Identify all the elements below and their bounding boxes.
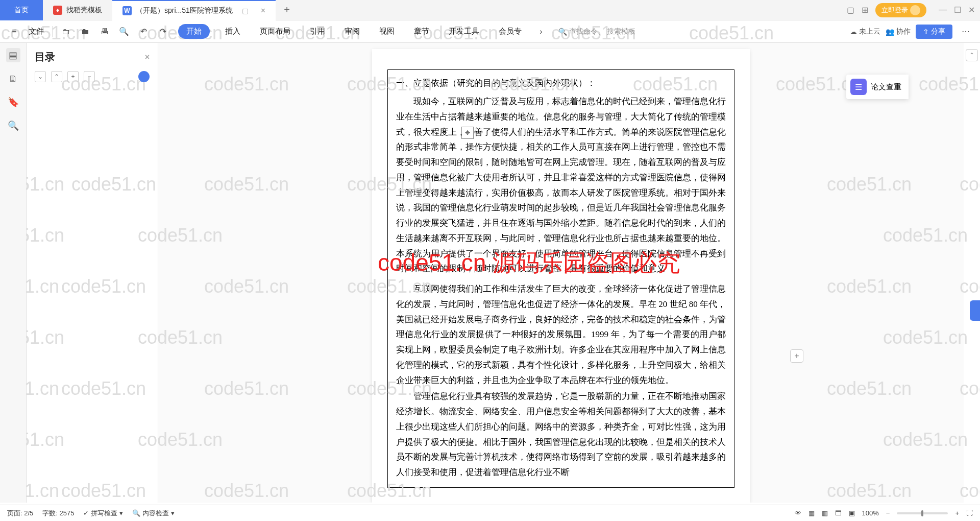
document-check-icon: ☰ — [850, 79, 867, 95]
page-icon[interactable]: 🗎 — [6, 72, 20, 86]
chevron-down-icon: ▾ — [119, 509, 123, 517]
start-tab[interactable]: 开始 — [178, 24, 210, 39]
undo-icon[interactable]: ↶ — [135, 23, 152, 40]
layout-icon[interactable]: ▦ — [808, 509, 815, 517]
collapse-icon[interactable]: ⌄ — [35, 71, 46, 82]
titlebar-right: ▢ ⊞ 立即登录 — ☐ ✕ — [847, 3, 980, 17]
layout-icon[interactable]: ▢ — [847, 5, 854, 15]
apps-icon[interactable]: ⊞ — [862, 5, 868, 15]
share-button[interactable]: ⇧ 分享 — [916, 25, 952, 39]
menu-insert[interactable]: 插入 — [217, 27, 249, 36]
flame-icon: ♦ — [53, 6, 62, 15]
menu-pagelayout[interactable]: 页面布局 — [252, 27, 299, 36]
cloud-label: 未上云 — [859, 27, 880, 36]
tab-sub-icon: ▢ — [242, 7, 249, 15]
login-label: 立即登录 — [881, 6, 908, 15]
menu-view[interactable]: 视图 — [371, 27, 403, 36]
menu-review[interactable]: 审阅 — [336, 27, 368, 36]
redo-icon[interactable]: ↷ — [155, 23, 171, 40]
right-rail: ⌃ — [964, 43, 980, 503]
zoom-out-icon[interactable]: − — [886, 509, 890, 517]
share-icon: ⇧ — [923, 28, 929, 36]
print-icon[interactable]: 🖶 — [96, 23, 113, 40]
paragraph-1: 现如今，互联网的广泛普及与应用，标志着信息化的时代已经到来，管理信息化行业在生活… — [396, 94, 726, 276]
save-icon[interactable]: 🗀 — [58, 23, 74, 40]
reading-icon[interactable]: ▥ — [822, 509, 828, 517]
outline-icon[interactable]: ▤ — [6, 48, 20, 62]
menu-devtools[interactable]: 开发工具 — [440, 27, 487, 36]
collapse-panel-icon[interactable]: ⌃ — [966, 49, 978, 61]
tab-document[interactable]: W （开题）spri...51医院管理系统 ▢ × — [112, 0, 276, 20]
web-icon[interactable]: 🗔 — [835, 509, 842, 517]
view-mode-icon[interactable]: 👁 — [795, 509, 801, 517]
minimize-icon[interactable]: — — [939, 5, 947, 15]
tab-templates[interactable]: ♦ 找稻壳模板 — [43, 0, 112, 20]
more-icon[interactable]: ⋯ — [958, 23, 974, 40]
expand-icon[interactable]: ⌃ — [51, 71, 62, 82]
close-icon[interactable]: × — [145, 53, 150, 62]
tab-label: 找稻壳模板 — [66, 6, 102, 15]
add-content-button[interactable]: + — [790, 349, 803, 363]
move-handle-icon[interactable]: ✥ — [461, 127, 474, 139]
login-button[interactable]: 立即登录 — [875, 3, 926, 17]
tab-bar: 首页 ♦ 找稻壳模板 W （开题）spri...51医院管理系统 ▢ × + ▢… — [0, 0, 980, 20]
command-search[interactable]: 🔍 查找命令、 搜索模板 — [558, 27, 635, 36]
menu-member[interactable]: 会员专 — [491, 27, 530, 36]
zoom-in-icon[interactable]: + — [955, 509, 959, 517]
page: 一、立题依据（研究的目的与意义及国内外现状）： 现如今，互联网的广泛普及与应用，… — [372, 49, 750, 503]
remove-icon[interactable]: − — [84, 71, 95, 82]
collab-button[interactable]: 👥 协作 — [886, 27, 911, 36]
word-count[interactable]: 字数: 2575 — [42, 509, 74, 518]
fullscreen-icon[interactable]: ⛶ — [966, 509, 973, 517]
toolbar: ≡ 文件 🗀 🖿 🖶 🔍 ↶ ↷ 开始 插入 页面布局 引用 审阅 视图 章节 … — [0, 20, 980, 43]
content-icon: 🔍 — [132, 509, 140, 517]
search-tpl-label: 搜索模板 — [607, 27, 635, 36]
paragraph-2: 互联网使得我们的工作和生活发生了巨大的改变，全球经济一体化促进了管理信息化的发展… — [396, 281, 726, 388]
zoom-value[interactable]: 100% — [862, 509, 879, 517]
add-icon[interactable]: + — [67, 71, 79, 82]
maximize-icon[interactable]: ☐ — [954, 5, 961, 15]
cloud-icon: ☁ — [850, 28, 857, 36]
content-check[interactable]: 🔍 内容检查 ▾ — [132, 509, 175, 518]
page-indicator[interactable]: 页面: 2/5 — [7, 509, 33, 518]
search-cmd-label: 查找命令、 — [569, 27, 605, 36]
document-area: ✥ code51.cn 源码乐园盗图必究 一、立题依据（研究的目的与意义及国内外… — [158, 43, 964, 503]
word-icon: W — [122, 6, 132, 15]
close-window-icon[interactable]: ✕ — [968, 5, 975, 15]
search-icon: 🔍 — [558, 28, 567, 36]
collab-icon: 👥 — [886, 28, 894, 36]
share-label: 分享 — [931, 27, 945, 36]
bookmark-icon[interactable]: 🔖 — [6, 95, 20, 109]
outline-panel: 目录 × ⌄ ⌃ + − — [27, 43, 158, 503]
content-label: 内容检查 — [142, 509, 169, 518]
spell-check[interactable]: ✓ 拼写检查 ▾ — [83, 509, 123, 518]
preview-icon[interactable]: 🔍 — [116, 23, 132, 40]
plagiarism-check-button[interactable]: ☰ 论文查重 — [846, 75, 909, 99]
section-heading: 一、立题依据（研究的目的与意义及国内外现状）： — [396, 77, 726, 89]
chevron-right-icon[interactable]: › — [533, 23, 549, 40]
tab-label: （开题）spri...51医院管理系统 — [136, 6, 233, 15]
search-rail-icon[interactable]: 🔍 — [6, 119, 20, 133]
collab-label: 协作 — [896, 27, 911, 36]
cloud-status[interactable]: ☁ 未上云 — [850, 27, 880, 36]
zoom-slider[interactable] — [897, 512, 948, 514]
side-pull-tab[interactable] — [970, 300, 980, 321]
ai-badge-icon[interactable] — [138, 71, 150, 82]
chevron-down-icon: ▾ — [171, 509, 175, 517]
page-content[interactable]: 一、立题依据（研究的目的与意义及国内外现状）： 现如今，互联网的广泛普及与应用，… — [387, 69, 734, 488]
plagiarism-label: 论文查重 — [871, 82, 901, 92]
menu-references[interactable]: 引用 — [302, 27, 333, 36]
outline-title-label: 目录 — [35, 50, 55, 64]
status-bar: 页面: 2/5 字数: 2575 ✓ 拼写检查 ▾ 🔍 内容检查 ▾ 👁 ▦ ▥… — [0, 505, 980, 521]
new-tab-button[interactable]: + — [276, 4, 298, 16]
left-rail: ▤ 🗎 🔖 🔍 — [0, 43, 27, 503]
tab-home[interactable]: 首页 — [0, 0, 43, 20]
avatar-icon — [910, 5, 920, 15]
file-menu[interactable]: 文件 — [26, 27, 47, 36]
menu-chapter[interactable]: 章节 — [406, 27, 437, 36]
close-icon[interactable]: × — [261, 6, 265, 15]
spell-label: 拼写检查 — [91, 509, 117, 518]
folder-icon[interactable]: 🖿 — [77, 23, 93, 40]
menu-icon[interactable]: ≡ — [6, 23, 22, 40]
outline-view-icon[interactable]: ▣ — [849, 509, 855, 517]
